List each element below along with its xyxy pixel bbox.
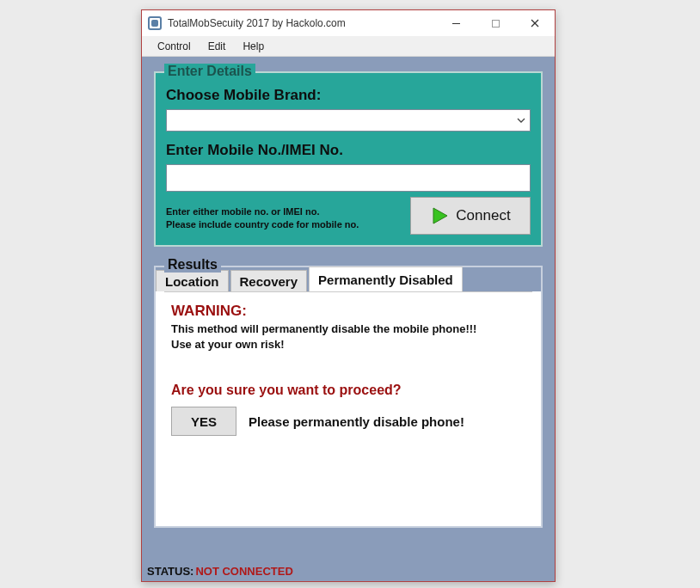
warning-body: This method will permanently disable the… (171, 322, 525, 352)
brand-selected-value (167, 110, 513, 131)
yes-label: YES (191, 414, 217, 429)
svg-marker-4 (433, 208, 447, 224)
play-icon (430, 206, 449, 225)
hint-line1: Enter either mobile no. or IMEI no. (166, 206, 319, 217)
connect-label: Connect (456, 207, 510, 224)
status-bar: STATUS: NOT CONNECTED (142, 560, 555, 581)
window-title: TotalMobSecuity 2017 by Hackolo.com (168, 17, 346, 29)
hint-line2: Please include country code for mobile n… (166, 219, 359, 230)
confirm-question: Are you sure you want to proceed? (171, 383, 525, 398)
connect-button[interactable]: Connect (410, 197, 531, 235)
client-area: Enter Details Choose Mobile Brand: Enter… (142, 56, 555, 581)
yes-caption: Please permanently disable phone! (249, 414, 464, 429)
results-legend: Results (164, 257, 221, 273)
chevron-down-icon (513, 110, 530, 131)
tab-panel-permanently-disabled: WARNING: This method will permanently di… (164, 291, 532, 516)
hint-text: Enter either mobile no. or IMEI no. Plea… (166, 205, 359, 231)
menu-edit[interactable]: Edit (200, 38, 235, 55)
menu-help[interactable]: Help (234, 38, 273, 55)
status-label: STATUS: (147, 565, 193, 578)
enter-details-group: Enter Details Choose Mobile Brand: Enter… (154, 71, 543, 247)
brand-label: Choose Mobile Brand: (166, 87, 531, 104)
svg-rect-1 (492, 20, 499, 27)
maximize-button[interactable] (476, 10, 515, 36)
menu-control[interactable]: Control (149, 38, 200, 55)
app-icon (148, 16, 162, 30)
minimize-button[interactable] (436, 10, 476, 36)
yes-button[interactable]: YES (171, 407, 236, 436)
app-window: TotalMobSecuity 2017 by Hackolo.com Cont… (141, 9, 556, 582)
warning-title: WARNING: (171, 303, 525, 320)
tab-permanently-disabled[interactable]: Permanently Disabled (309, 266, 463, 291)
warning-line1: This method will permanently disable the… (171, 322, 476, 335)
warning-line2: Use at your own risk! (171, 338, 284, 351)
close-button[interactable] (515, 10, 555, 36)
menubar: Control Edit Help (142, 36, 555, 57)
brand-combobox[interactable] (166, 109, 531, 132)
imei-input[interactable] (166, 164, 531, 192)
tab-location[interactable]: Location (156, 270, 229, 291)
titlebar: TotalMobSecuity 2017 by Hackolo.com (142, 10, 555, 36)
tab-recovery[interactable]: Recovery (230, 270, 308, 291)
enter-details-legend: Enter Details (164, 64, 255, 79)
results-group: Results Location Recovery Permanently Di… (154, 266, 543, 528)
imei-label: Enter Mobile No./IMEI No. (166, 142, 531, 159)
status-value: NOT CONNECTED (195, 565, 292, 578)
